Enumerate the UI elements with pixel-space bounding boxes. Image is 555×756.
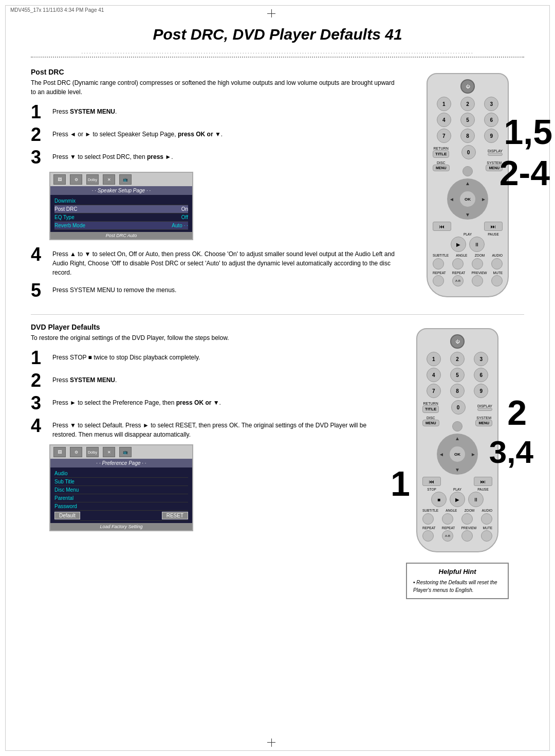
r2-play-btn[interactable]: ▶ — [450, 492, 465, 507]
r2-repeat-labels: REPEATREPEATPREVIEWMUTE — [422, 526, 492, 530]
nav-circle: ▲ ▼ ◄ ► OK — [447, 178, 488, 220]
r2-btn-6[interactable]: 6 — [474, 368, 488, 382]
r2-btn-1[interactable]: 1 — [427, 352, 441, 366]
r2-mute-btn[interactable] — [481, 530, 492, 542]
btn-8[interactable]: 8 — [460, 129, 475, 143]
r2-nav-circle: ▲ ▼ ◄ ► OK — [437, 434, 478, 475]
r2-preview-btn[interactable] — [461, 530, 473, 542]
header-meta: MDV455_17x 11/11/03 4:34 PM Page 41 — [10, 7, 104, 13]
step-overlay-34: 3,4 — [489, 436, 533, 468]
return-label: RETURN — [433, 147, 449, 150]
r2-return-btn[interactable]: TITLE — [422, 405, 439, 413]
repeat-circles: A-B — [433, 275, 503, 286]
transport-labels: PLAY PAUSE — [433, 232, 503, 236]
r2-system-menu-btn[interactable]: MENU — [475, 420, 492, 426]
return-btn[interactable]: TITLE — [433, 150, 449, 158]
repeat-btn[interactable] — [433, 275, 444, 286]
r2-audio-btn[interactable] — [481, 513, 492, 525]
pause-btn[interactable]: ⏸ — [469, 237, 485, 252]
nav-up-arrow[interactable]: ▲ — [465, 181, 470, 186]
r2-stop-btn[interactable]: ■ — [431, 492, 447, 507]
power-button[interactable]: ⏻ — [460, 79, 475, 94]
r2-ok-btn[interactable]: OK — [450, 446, 465, 462]
r2-subtitle-btn[interactable] — [422, 513, 434, 525]
btn-2[interactable]: 2 — [460, 97, 475, 111]
nav-down-arrow[interactable]: ▼ — [465, 212, 470, 218]
power-button-2[interactable]: ⏻ — [450, 334, 465, 349]
r2-angle-btn[interactable] — [442, 513, 453, 525]
next-skip-btn[interactable]: ⏭ — [484, 222, 503, 231]
r2-btn-2[interactable]: 2 — [450, 352, 465, 366]
r2-bottom-btn-labels: SUBTITLEANGLEZOOMAUDIO — [422, 509, 492, 512]
audio-btn[interactable] — [491, 258, 503, 269]
disc-system-menu-row: DISC MENU SYSTEM MENU — [433, 161, 503, 176]
btn-0[interactable]: 0 — [461, 145, 476, 159]
zoom-btn[interactable] — [472, 258, 483, 269]
r2-btn-9[interactable]: 9 — [474, 384, 488, 398]
nav-right-arrow[interactable]: ► — [481, 196, 486, 202]
r2-display-btn[interactable] — [477, 408, 492, 411]
play-pause-row: ▶ ⏸ — [433, 237, 503, 252]
r2-stop-play-row: ■ ▶ ⏸ — [422, 492, 492, 507]
bottom-circles — [433, 258, 503, 269]
r2-stop-play-labels: STOP PLAY PAUSE — [422, 488, 492, 491]
r2-btn-4[interactable]: 4 — [427, 368, 441, 382]
remote-section-1: ⏻ 1 2 3 4 5 6 7 8 9 RETURN — [411, 68, 524, 304]
r2-zoom-btn[interactable] — [461, 513, 473, 525]
r2-btn-0[interactable]: 0 — [451, 400, 466, 415]
bottom-btn-labels: SUBTITLEANGLEZOOMAUDIO — [433, 254, 503, 257]
r2-bottom-circles — [422, 513, 492, 525]
r2-repeat-btn[interactable] — [422, 530, 434, 542]
r2-nav-up[interactable]: ▲ — [455, 436, 460, 441]
r2-pause-btn[interactable]: ⏸ — [468, 492, 484, 507]
play-btn[interactable]: ▶ — [451, 237, 466, 252]
r2-display-label: DISPLAY — [477, 404, 492, 408]
r2-btn-8[interactable]: 8 — [450, 384, 465, 398]
btn-7[interactable]: 7 — [437, 129, 451, 143]
prev-skip-btn[interactable]: ⏮ — [433, 222, 451, 231]
r2-skip-row: ⏮ ⏭ — [422, 477, 492, 486]
num-grid-2: 1 2 3 4 5 6 7 8 9 — [422, 352, 492, 398]
skip-row: ⏮ ⏭ — [433, 222, 503, 231]
remote-2: ⏻ 1 2 3 4 5 6 7 8 9 RETURN — [416, 328, 498, 552]
center-circle — [462, 166, 473, 176]
ab-btn[interactable]: A-B — [452, 275, 464, 286]
step-overlay-2: 2 — [507, 395, 527, 430]
btn-9[interactable]: 9 — [484, 129, 498, 143]
r2-next-skip-btn[interactable]: ⏭ — [474, 477, 492, 486]
ok-btn[interactable]: OK — [460, 191, 475, 207]
num-grid: 1 2 3 4 5 6 7 8 9 — [433, 97, 503, 143]
r2-btn-3[interactable]: 3 — [474, 352, 488, 366]
return-zero-display-row: RETURN TITLE 0 DISPLAY — [433, 145, 503, 159]
btn-1[interactable]: 1 — [437, 97, 451, 111]
r2-return-zero-display-row: RETURN TITLE 0 DISPLAY — [422, 400, 492, 415]
r2-ab-btn[interactable]: A-B — [442, 530, 453, 542]
r2-nav-down[interactable]: ▼ — [455, 467, 460, 473]
r2-repeat-circles: A-B — [422, 530, 492, 542]
r2-nav-right[interactable]: ► — [471, 452, 476, 457]
btn-5[interactable]: 5 — [460, 113, 475, 127]
nav-left-arrow[interactable]: ◄ — [449, 196, 454, 202]
r2-center-circle — [452, 421, 462, 431]
angle-btn[interactable] — [452, 258, 464, 269]
remote-1: ⏻ 1 2 3 4 5 6 7 8 9 RETURN — [427, 73, 509, 297]
mute-btn[interactable] — [491, 275, 503, 286]
r2-nav-left[interactable]: ◄ — [439, 452, 444, 457]
r2-btn-7[interactable]: 7 — [427, 384, 441, 398]
repeat-labels: REPEATREPEATPREVIEWMUTE — [433, 271, 503, 275]
preview-btn[interactable] — [472, 275, 483, 286]
r2-return-label: RETURN — [422, 402, 439, 405]
disc-menu-btn[interactable]: MENU — [433, 165, 450, 171]
r2-disc-system-menu-row: DISC MENU SYSTEM MENU — [422, 416, 492, 431]
step-overlay-1: 1 — [391, 466, 410, 501]
r2-prev-skip-btn[interactable]: ⏮ — [422, 477, 441, 486]
subtitle-btn[interactable] — [433, 258, 444, 269]
btn-4[interactable]: 4 — [437, 113, 451, 127]
step-overlay-15: 1,5 — [504, 114, 552, 149]
r2-disc-menu-btn[interactable]: MENU — [422, 420, 439, 426]
btn-6[interactable]: 6 — [484, 113, 498, 127]
step-overlay-24: 2-4 — [499, 155, 550, 190]
r2-btn-5[interactable]: 5 — [450, 368, 465, 382]
display-label: DISPLAY — [488, 149, 503, 153]
btn-3[interactable]: 3 — [484, 97, 498, 111]
